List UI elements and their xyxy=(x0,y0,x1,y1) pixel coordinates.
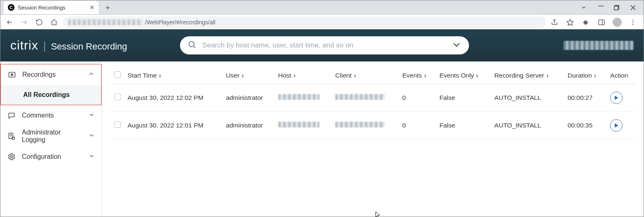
address-bar: /WebPlayer/#/recordings/all xyxy=(0,14,644,29)
select-all-checkbox[interactable] xyxy=(114,71,121,78)
svg-point-11 xyxy=(632,24,633,25)
redacted xyxy=(335,94,385,100)
sidebar-item-recordings[interactable]: Recordings xyxy=(1,64,101,85)
global-search[interactable] xyxy=(180,36,469,54)
col-client[interactable]: Client▲▼ xyxy=(332,67,399,84)
sidebar-item-configuration[interactable]: Configuration xyxy=(0,146,102,167)
window-maximize-icon[interactable] xyxy=(614,5,621,10)
sidebar-item-comments[interactable]: Comments xyxy=(0,105,102,126)
sidebar: Recordings All Recordings Comments Admin… xyxy=(0,61,102,217)
url-path: /WebPlayer/#/recordings/all xyxy=(145,19,215,26)
browser-tab[interactable]: C Session Recordings ✕ xyxy=(4,1,99,14)
col-start-time[interactable]: Start Time▲▼ xyxy=(124,67,223,84)
app-title: Session Recording xyxy=(51,41,127,52)
back-button[interactable] xyxy=(4,17,15,28)
sidebar-subitem-label: All Recordings xyxy=(23,91,70,99)
app-header: citrix | Session Recording xyxy=(0,29,644,61)
col-duration[interactable]: Duration▲▼ xyxy=(564,67,607,84)
new-tab-button[interactable]: ＋ xyxy=(102,2,114,13)
svg-point-19 xyxy=(12,137,15,140)
col-host[interactable]: Host▲▼ xyxy=(275,67,332,84)
table-header-row: Start Time▲▼ User▲▼ Host▲▼ Client▲▼ Even… xyxy=(111,67,636,84)
main-area: Recordings All Recordings Comments Admin… xyxy=(0,61,644,217)
svg-rect-1 xyxy=(614,6,618,9)
search-icon xyxy=(187,40,197,51)
col-events[interactable]: Events▲▼ xyxy=(399,67,436,84)
col-label: Events Only xyxy=(439,72,474,79)
col-label: Events xyxy=(402,72,421,79)
redacted xyxy=(278,94,320,100)
recordings-table: Start Time▲▼ User▲▼ Host▲▼ Client▲▼ Even… xyxy=(111,67,636,139)
forward-button[interactable] xyxy=(19,17,30,28)
sort-icon: ▲▼ xyxy=(424,74,427,78)
sidebar-subitem-all-recordings[interactable]: All Recordings xyxy=(1,85,101,105)
cell-events: 0 xyxy=(399,84,436,112)
svg-marker-6 xyxy=(567,19,573,25)
play-button[interactable] xyxy=(610,92,623,104)
gear-icon xyxy=(7,153,16,161)
cell-events-only: False xyxy=(436,112,491,139)
cell-action xyxy=(607,84,636,112)
col-label: Start Time xyxy=(128,72,157,79)
kebab-menu-icon[interactable] xyxy=(628,17,638,27)
sidebar-item-admin-logging[interactable]: Administrator Logging xyxy=(0,126,102,146)
sort-icon: ▲▼ xyxy=(293,74,296,78)
share-icon[interactable] xyxy=(549,17,559,27)
window-minimize-icon[interactable]: ─ xyxy=(597,2,605,10)
profile-avatar-icon[interactable] xyxy=(612,17,622,27)
table-row[interactable]: August 30, 2022 12:02 PM administrator 0… xyxy=(111,84,636,112)
svg-line-13 xyxy=(194,46,196,48)
svg-point-12 xyxy=(189,42,194,47)
col-events-only[interactable]: Events Only▲▼ xyxy=(436,67,491,84)
play-square-icon xyxy=(7,71,17,79)
close-tab-icon[interactable]: ✕ xyxy=(90,4,95,11)
row-checkbox[interactable] xyxy=(114,121,121,128)
sort-icon: ▲▼ xyxy=(241,74,244,78)
search-input[interactable] xyxy=(202,41,452,50)
window-controls: ─ xyxy=(581,3,638,12)
brand: citrix | Session Recording xyxy=(10,38,127,52)
browser-chrome: C Session Recordings ✕ ＋ ─ xyxy=(0,0,644,29)
chevron-down-icon xyxy=(88,153,95,161)
svg-point-20 xyxy=(11,156,13,158)
cell-duration: 00:00:35 xyxy=(564,112,607,139)
redacted xyxy=(278,122,320,127)
col-label: Client xyxy=(335,72,352,79)
admin-log-icon xyxy=(7,132,16,140)
cell-start-time: August 30, 2022 12:02 PM xyxy=(124,84,223,112)
side-panel-icon[interactable] xyxy=(597,17,606,27)
sort-icon: ▲▼ xyxy=(594,74,597,78)
col-label: User xyxy=(226,72,239,79)
home-button[interactable] xyxy=(48,17,60,28)
sort-icon: ▲▼ xyxy=(476,74,479,78)
sidebar-item-label: Comments xyxy=(22,112,83,119)
chevron-down-icon xyxy=(88,111,95,120)
play-button[interactable] xyxy=(610,119,623,132)
reload-button[interactable] xyxy=(33,17,45,28)
url-bar[interactable]: /WebPlayer/#/recordings/all xyxy=(63,17,546,28)
svg-marker-22 xyxy=(615,123,618,127)
cell-recording-server: AUTO_INSTALL xyxy=(491,84,564,112)
col-label: Duration xyxy=(568,72,592,79)
chevron-down-icon xyxy=(88,132,95,140)
sort-icon: ▲▼ xyxy=(546,74,549,78)
col-recording-server[interactable]: Recording Server▲▼ xyxy=(491,67,564,84)
bookmark-star-icon[interactable] xyxy=(565,17,575,27)
brand-separator: | xyxy=(43,40,46,52)
window-close-icon[interactable] xyxy=(630,5,638,10)
sort-icon: ▲▼ xyxy=(353,74,357,78)
svg-point-9 xyxy=(632,19,633,20)
search-dropdown-icon[interactable] xyxy=(452,40,462,51)
col-user[interactable]: User▲▼ xyxy=(223,67,275,84)
header-user-redacted xyxy=(564,41,634,50)
cell-events-only: False xyxy=(436,84,491,112)
cell-action xyxy=(607,112,636,139)
row-checkbox[interactable] xyxy=(114,94,121,100)
sidebar-item-label: Recordings xyxy=(22,71,82,78)
cell-host xyxy=(275,84,332,112)
tab-dropdown-icon[interactable] xyxy=(581,5,588,10)
cell-client xyxy=(332,84,399,112)
table-row[interactable]: August 30, 2022 12:01 PM administrator 0… xyxy=(111,112,636,139)
cell-start-time: August 30, 2022 12:01 PM xyxy=(124,112,223,139)
extensions-icon[interactable] xyxy=(581,17,591,27)
